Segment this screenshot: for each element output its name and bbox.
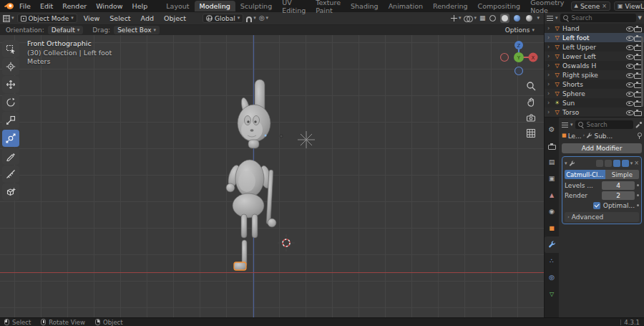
pin-icon[interactable] [636, 133, 642, 139]
proportional-edit-toggle[interactable]: ◎ ▾ [259, 15, 268, 21]
tab-compositing[interactable]: Compositing [473, 1, 526, 11]
hide-eye-icon[interactable] [625, 109, 633, 116]
xray-toggle-icon[interactable]: ▦ [479, 15, 486, 21]
hide-eye-icon[interactable] [625, 25, 633, 32]
on-cage-toggle[interactable] [596, 160, 603, 167]
levels-viewport-field[interactable]: 4 [602, 181, 635, 190]
shading-solid-button[interactable] [500, 14, 509, 23]
realtime-toggle[interactable] [613, 160, 620, 167]
outliner-row-hand[interactable]: ›▽Hand [545, 24, 644, 33]
expand-icon[interactable]: › [547, 81, 553, 87]
blender-logo-icon[interactable] [4, 2, 14, 10]
catmull-clark-button[interactable]: Catmull-Cl... [565, 170, 605, 179]
toggle-grid-button[interactable] [525, 127, 537, 140]
tab-data-properties[interactable]: ▽ [545, 286, 559, 302]
tab-world-properties[interactable]: ◉ [545, 203, 559, 220]
select-box-tool-button[interactable] [2, 40, 19, 57]
render-visibility-icon[interactable] [633, 62, 641, 69]
keyframe-dot[interactable] [637, 194, 639, 196]
outliner-row-left-upper[interactable]: ›▽Left Upper [545, 42, 644, 52]
shading-material-button[interactable] [512, 14, 522, 23]
add-modifier-button[interactable]: Add Modifier [562, 143, 642, 153]
collapse-icon[interactable]: ▾ [565, 161, 567, 166]
menu-help[interactable]: Help [128, 2, 152, 10]
expand-icon[interactable]: › [547, 62, 553, 69]
keyframe-dot[interactable] [637, 184, 639, 186]
transform-tool-button[interactable] [2, 130, 19, 147]
tab-scene-properties[interactable]: ▲ [545, 187, 559, 203]
menu-window[interactable]: Window [92, 2, 127, 10]
hide-eye-icon[interactable] [625, 34, 633, 42]
outliner-row-right-spike[interactable]: ›▽Right spike [545, 70, 644, 80]
options-dropdown[interactable]: Options ▾ [502, 26, 538, 34]
outliner-row-left-foot[interactable]: ›▽Left foot [545, 33, 644, 42]
keyframe-dot[interactable] [637, 204, 639, 206]
filter-icon[interactable]: ▼ [638, 16, 642, 21]
menu-object[interactable]: Object [160, 14, 190, 22]
render-visibility-icon[interactable] [633, 81, 641, 88]
render-visibility-icon[interactable] [633, 100, 641, 107]
outliner-scrollbar[interactable] [641, 37, 643, 107]
expand-icon[interactable]: › [547, 90, 553, 97]
annotate-tool-button[interactable] [2, 148, 19, 165]
drag-dropdown[interactable]: Select Box ▾ [114, 26, 160, 34]
outliner-row-sphere[interactable]: ›▽Sphere [545, 89, 644, 98]
menu-render[interactable]: Render [58, 2, 91, 10]
optimal-display-checkbox[interactable] [593, 202, 600, 209]
pan-hand-button[interactable] [525, 95, 537, 108]
selected-left-foot[interactable] [234, 262, 246, 270]
navigation-gizmo[interactable]: Z X Y [499, 39, 540, 78]
hide-eye-icon[interactable] [625, 90, 633, 97]
rotate-tool-button[interactable] [2, 94, 19, 111]
editor-type-button[interactable]: ▾ [3, 15, 14, 22]
viewport-canvas[interactable] [0, 35, 544, 317]
outliner-row-torso[interactable]: ›▽Torso [545, 107, 644, 117]
hide-eye-icon[interactable] [625, 62, 633, 69]
outliner-row-oswalds-h[interactable]: ›▽Oswalds H [545, 61, 644, 70]
render-visibility-icon[interactable] [633, 90, 641, 97]
tab-shading[interactable]: Shading [346, 1, 384, 11]
outliner-row-sun[interactable]: ›☀Sun [545, 98, 644, 107]
tab-modeling[interactable]: Modeling [195, 1, 235, 11]
hide-eye-icon[interactable] [625, 81, 633, 88]
tab-particle-properties[interactable]: ∴ [545, 253, 559, 269]
tab-uv-editing[interactable]: UV Editing [277, 0, 311, 16]
chevron-down-icon[interactable]: ▾ [570, 123, 573, 128]
tab-modifier-properties[interactable] [545, 236, 559, 253]
advanced-subpanel-header[interactable]: › Advanced [565, 212, 639, 222]
tab-rendering[interactable]: Rendering [428, 1, 473, 11]
menu-edit[interactable]: Edit [36, 2, 57, 10]
show-gizmo-toggle[interactable]: ▾ [451, 15, 462, 21]
breadcrumb-modifier[interactable]: Sub... [594, 133, 613, 140]
tab-viewlayer-properties[interactable]: ▣ [545, 171, 559, 187]
expand-icon[interactable]: › [547, 109, 553, 115]
scene-selector[interactable]: ▲ Scene × [571, 1, 611, 11]
hide-eye-icon[interactable] [625, 44, 633, 51]
render-visibility-icon[interactable] [633, 53, 641, 60]
viewlayer-selector[interactable]: ▣ ViewLayer × [614, 1, 644, 11]
hide-eye-icon[interactable] [625, 100, 633, 107]
orientation-dropdown[interactable]: Default ▾ [48, 26, 83, 34]
menu-add[interactable]: Add [137, 14, 157, 22]
extras-menu-icon[interactable]: ▾ [630, 161, 633, 166]
zoom-button[interactable] [525, 80, 537, 92]
tab-tool-properties[interactable]: ⚙ [545, 121, 559, 138]
render-visibility-icon[interactable] [633, 34, 641, 42]
render-visibility-icon[interactable] [633, 25, 641, 32]
properties-search[interactable] [575, 120, 633, 129]
outliner-editor-icon[interactable] [547, 16, 553, 21]
hide-eye-icon[interactable] [625, 72, 633, 79]
tab-geometry-nodes[interactable]: Geometry Node [525, 0, 569, 16]
chevron-down-icon[interactable]: ▾ [537, 16, 540, 21]
menu-file[interactable]: File [15, 2, 35, 10]
move-tool-button[interactable] [2, 76, 19, 93]
render-visibility-icon[interactable] [633, 109, 641, 116]
properties-editor-icon[interactable] [562, 123, 568, 128]
expand-icon[interactable]: › [547, 100, 553, 106]
outliner-row-lower-left[interactable]: ›▽Lower Left [545, 52, 644, 61]
tab-object-properties[interactable]: ■ [545, 220, 559, 236]
expand-icon[interactable]: › [547, 34, 553, 41]
menu-select[interactable]: Select [106, 14, 134, 22]
camera-view-button[interactable] [525, 111, 537, 124]
edit-mode-toggle[interactable] [605, 160, 612, 167]
